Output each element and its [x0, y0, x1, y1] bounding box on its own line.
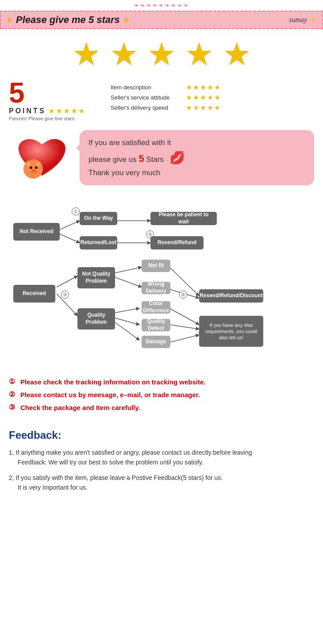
fc-resend-refund-top: Resend/Refund: [150, 236, 204, 249]
svg-point-6: [35, 166, 38, 169]
star-2: ★: [110, 38, 138, 70]
feedback-num-1: 1,: [9, 449, 14, 456]
header-title: Please give me 5 stars: [16, 14, 120, 26]
fc-quality-defect: Quality Defect: [142, 319, 170, 331]
bubble-line1: If you are satisfied with it: [88, 138, 171, 147]
points-sub: Parents! Please give five stars.: [9, 116, 76, 121]
fc-please-wait: Please be patient to wait: [150, 212, 217, 225]
fc-on-the-way: On the Way: [80, 212, 117, 225]
points-number: 5: [9, 79, 25, 107]
bubble-highlight: 5: [138, 153, 144, 164]
fc-resend-refund-discount: Resend/Refund/Discount: [199, 289, 263, 303]
svg-point-3: [27, 162, 30, 166]
circle-3: ③: [61, 291, 69, 299]
bubble-text: If you are satisfied with it please give…: [88, 137, 305, 178]
svg-line-14: [115, 267, 142, 273]
points-left: 5 POINTS ★★★★★ Parents! Please give five…: [9, 79, 97, 121]
rating-stars-3: ★★★★★: [186, 104, 221, 112]
fc-returned-lost: Returned/Lost: [80, 236, 117, 249]
star-4: ★: [185, 38, 214, 70]
flowchart-section: Not Received ① On the Way Returned/Lost …: [0, 194, 323, 371]
instruction-num-2: ②: [9, 390, 18, 399]
feedback-body-2: 2, If you satisfy with the item, please …: [9, 473, 314, 483]
points-stars: ★★★★★: [49, 107, 86, 115]
satisfaction-section: If you are satisfied with it please give…: [0, 126, 323, 194]
star-1: ★: [72, 38, 101, 70]
points-label: POINTS ★★★★★: [9, 107, 86, 115]
fc-contact-us: If you have any else requirements, you c…: [199, 316, 263, 347]
points-label-text: POINTS: [9, 107, 46, 115]
feedback-body-1: 1, If anything make you aren't satisfied…: [9, 448, 314, 457]
fc-not-quality: Not Quality Problem: [77, 267, 115, 288]
fc-damage: Damage: [142, 336, 170, 348]
fc-not-fit: Not fit: [142, 260, 170, 272]
feedback-num-2: 2,: [9, 474, 14, 481]
rating-row-1: Item description ★★★★★: [111, 83, 221, 92]
header-bar: ★ Please give me 5 stars ★ sumay ♛: [0, 11, 323, 29]
instruction-2: ② Please contact us by meesage, e–mail, …: [9, 390, 314, 399]
fc-wrong-delivery: Wrong Delivery: [142, 282, 170, 294]
circle-2b: ②: [179, 291, 187, 299]
feedback-main-1: If anything make you aren't satisfied or…: [16, 449, 252, 456]
instruction-num-3: ③: [9, 403, 18, 411]
svg-line-12: [57, 276, 77, 287]
feedback-section: Feedback: 1, If anything make you aren't…: [0, 420, 323, 507]
svg-point-5: [30, 166, 32, 169]
points-section: 5 POINTS ★★★★★ Parents! Please give five…: [0, 74, 323, 126]
star-3: ★: [147, 38, 176, 70]
feedback-indent-2: It is very Important for us.: [9, 483, 314, 492]
fc-not-received: Not Received: [13, 223, 60, 241]
feedback-title: Feedback:: [9, 429, 314, 441]
mascot-svg: [9, 131, 75, 184]
header-left: ★ Please give me 5 stars ★: [6, 14, 130, 26]
feedback-item-2: 2, If you satisfy with the item, please …: [9, 473, 314, 493]
header-right: sumay ♛: [289, 15, 317, 25]
instructions-section: ① Please check the tracking information …: [0, 371, 323, 420]
instruction-text-3: Check the package and Item carefully.: [20, 403, 140, 412]
svg-line-8: [60, 221, 80, 230]
crown-icon: ♛: [310, 15, 317, 25]
star-5: ★: [223, 38, 251, 70]
rating-row-2: Seller's service attitude ★★★★★: [111, 93, 221, 102]
fc-color-diff: Color Difference: [142, 301, 170, 314]
decoration-top: ❧❧❧❧❧❧❧❧❧: [0, 0, 323, 11]
speech-bubble: If you are satisfied with it please give…: [80, 130, 314, 185]
svg-line-20: [115, 322, 139, 340]
svg-point-7: [32, 169, 35, 171]
svg-line-18: [115, 308, 139, 313]
flow-diagram: Not Received ① On the Way Returned/Lost …: [9, 199, 314, 367]
instruction-num-1: ①: [9, 377, 18, 386]
instruction-text-1: Please check the tracking information on…: [20, 377, 205, 387]
rating-stars-2: ★★★★★: [186, 93, 221, 102]
rating-label-2: Seller's service attitude: [111, 94, 181, 101]
feedback-indent-1: Feedback. We will try our best to solve …: [9, 457, 314, 467]
stars-section: ★ ★ ★ ★ ★: [0, 29, 323, 74]
instruction-1: ① Please check the tracking information …: [9, 377, 314, 387]
svg-point-4: [36, 162, 40, 166]
feedback-item-1: 1, If anything make you aren't satisfied…: [9, 448, 314, 468]
rating-row-3: Seller's delivery speed ★★★★★: [111, 104, 221, 112]
rating-label-1: Item description: [111, 84, 181, 91]
lips-icon: 💋: [169, 151, 185, 165]
fc-quality-problem: Quality Problem: [77, 308, 115, 330]
svg-line-19: [115, 318, 139, 325]
svg-line-21: [169, 308, 199, 325]
header-star-right-icon: ★: [123, 15, 130, 25]
bubble-line2: please give us: [88, 155, 138, 164]
header-star-left-icon: ★: [6, 15, 13, 25]
bubble-line2b: Stars: [144, 155, 164, 164]
rating-label-3: Seller's delivery speed: [111, 104, 181, 111]
svg-line-15: [115, 277, 142, 287]
fc-received: Received: [13, 285, 55, 303]
brand-name: sumay: [289, 16, 307, 24]
rating-stars-1: ★★★★★: [186, 83, 221, 92]
circle-1: ①: [72, 207, 80, 215]
mascot-area: [9, 131, 75, 184]
feedback-main-2: If you satisfy with the item, please lea…: [16, 474, 223, 481]
svg-line-9: [60, 234, 80, 243]
instruction-3: ③ Check the package and Item carefully.: [9, 403, 314, 412]
bubble-line3: Thank you very much: [88, 169, 161, 177]
ratings-list: Item description ★★★★★ Seller's service …: [111, 79, 221, 112]
instruction-text-2: Please contact us by meesage, e–mail, or…: [20, 390, 200, 399]
